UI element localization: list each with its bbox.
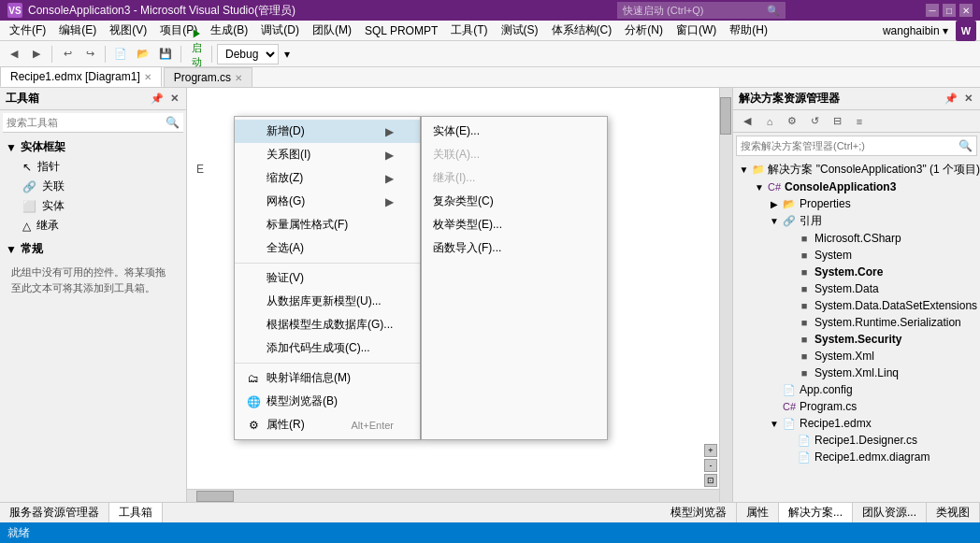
forward-button[interactable]: ▶ bbox=[26, 44, 47, 64]
bottom-tab-team[interactable]: 团队资源... bbox=[853, 503, 927, 522]
save-button[interactable]: 💾 bbox=[155, 44, 176, 64]
tree-recipe-diagram[interactable]: 📄 Recipe1.edmx.diagram bbox=[733, 449, 980, 465]
solution-close[interactable]: ✕ bbox=[962, 93, 974, 105]
cm-item-mapping[interactable]: 🗂 映射详细信息(M) bbox=[235, 366, 420, 390]
menu-tools[interactable]: 工具(T) bbox=[445, 21, 493, 40]
tree-properties-node[interactable]: ▶ 📂 Properties bbox=[733, 195, 980, 212]
tree-ref-sysdata[interactable]: ■ System.Data bbox=[733, 280, 980, 297]
cm-item-modelbrowser[interactable]: 🌐 模型浏览器(B) bbox=[235, 390, 420, 413]
debug-mode-select[interactable]: Debug bbox=[217, 44, 279, 64]
sm-item-entity[interactable]: 实体(E)... bbox=[422, 120, 607, 143]
menu-file[interactable]: 文件(F) bbox=[4, 21, 51, 40]
window-controls[interactable]: ─ □ ✕ bbox=[926, 4, 973, 17]
tree-references-node[interactable]: ▼ 🔗 引用 bbox=[733, 212, 980, 230]
bottom-tab-properties[interactable]: 属性 bbox=[737, 503, 779, 522]
toolbox-close[interactable]: ✕ bbox=[168, 93, 180, 105]
bottom-tab-class-view[interactable]: 类视图 bbox=[927, 503, 980, 522]
debug-platform[interactable]: ▾ bbox=[284, 48, 290, 61]
horizontal-scrollbar[interactable] bbox=[187, 489, 719, 502]
tab-recipe-edmx[interactable]: Recipe1.edmx [Diagram1] ✕ bbox=[0, 66, 162, 87]
tree-recipe-designer[interactable]: 📄 Recipe1.Designer.cs bbox=[733, 432, 980, 449]
solution-collapse[interactable]: ⊟ bbox=[827, 111, 847, 132]
tree-app-config[interactable]: 📄 App.config bbox=[733, 381, 980, 398]
fit-button[interactable]: ⊡ bbox=[704, 474, 717, 487]
menu-user[interactable]: wanghaibin ▾ bbox=[877, 22, 954, 39]
section-header-entity[interactable]: ▼ 实体框架 bbox=[4, 137, 182, 157]
tree-ref-sysruntime[interactable]: ■ System.Runtime.Serialization bbox=[733, 314, 980, 331]
menu-build[interactable]: 生成(B) bbox=[205, 21, 253, 40]
bottom-tab-model-browser[interactable]: 模型浏览器 bbox=[661, 503, 737, 522]
toolbox-item-association[interactable]: 🔗 关联 bbox=[4, 177, 182, 196]
zoom-out-button[interactable]: - bbox=[704, 459, 717, 472]
sm-item-inherit[interactable]: 继承(I)... bbox=[422, 166, 607, 190]
cm-item-validate[interactable]: 验证(V) bbox=[235, 266, 420, 290]
solution-back[interactable]: ◀ bbox=[737, 111, 757, 132]
menu-test[interactable]: 测试(S) bbox=[496, 21, 544, 40]
menu-sqlprompt[interactable]: SQL PROMPT bbox=[359, 22, 443, 39]
tree-ref-sysxml[interactable]: ■ System.Xml bbox=[733, 348, 980, 364]
cm-item-add-codegen[interactable]: 添加代码生成项(C)... bbox=[235, 336, 420, 360]
maximize-button[interactable]: □ bbox=[943, 4, 956, 17]
solution-refresh[interactable]: ↺ bbox=[804, 111, 825, 132]
cm-item-selectall[interactable]: 全选(A) bbox=[235, 236, 420, 260]
cm-item-relation[interactable]: 关系图(I) ▶ bbox=[235, 143, 420, 166]
sm-item-enum[interactable]: 枚举类型(E)... bbox=[422, 213, 607, 236]
menu-view[interactable]: 视图(V) bbox=[104, 21, 152, 40]
toolbox-search-box[interactable]: 🔍 bbox=[3, 113, 183, 133]
toolbox-pin[interactable]: 📌 bbox=[149, 93, 166, 105]
solution-props[interactable]: ≡ bbox=[849, 111, 870, 132]
tree-program-cs[interactable]: C# Program.cs bbox=[733, 398, 980, 415]
toolbox-item-entity[interactable]: ⬜ 实体 bbox=[4, 196, 182, 216]
quick-launch-input[interactable]: 快速启动 (Ctrl+Q) 🔍 bbox=[617, 2, 785, 19]
section-header-common[interactable]: ▼ 常规 bbox=[4, 239, 182, 259]
open-button[interactable]: 📂 bbox=[133, 44, 153, 64]
horizontal-scrollbar-thumb[interactable] bbox=[196, 491, 234, 502]
menu-team[interactable]: 团队(M) bbox=[307, 21, 357, 40]
toolbox-item-pointer[interactable]: ↖ 指针 bbox=[4, 157, 182, 177]
canvas-area[interactable]: 新增(D) ▶ 关系图(I) ▶ 缩放(Z) ▶ bbox=[187, 88, 732, 502]
tree-ref-sysxmllinq[interactable]: ■ System.Xml.Linq bbox=[733, 364, 980, 381]
bottom-tab-solution-explorer[interactable]: 解决方案... bbox=[779, 503, 853, 522]
redo-button[interactable]: ↪ bbox=[79, 44, 100, 64]
tree-ref-system-core[interactable]: ■ System.Core bbox=[733, 264, 980, 280]
vertical-scrollbar[interactable] bbox=[719, 88, 732, 502]
cm-item-update-from-db[interactable]: 从数据库更新模型(U)... bbox=[235, 290, 420, 313]
menu-edit[interactable]: 编辑(E) bbox=[53, 21, 102, 40]
close-button[interactable]: ✕ bbox=[959, 4, 973, 17]
tree-ref-system[interactable]: ■ System bbox=[733, 247, 980, 264]
tree-ref-sysdataext[interactable]: ■ System.Data.DataSetExtensions bbox=[733, 297, 980, 314]
toolbox-search-input[interactable] bbox=[7, 117, 166, 128]
start-button[interactable]: ▶ 启动 ▾ bbox=[186, 44, 207, 64]
tree-recipe-edmx[interactable]: ▼ 📄 Recipe1.edmx bbox=[733, 415, 980, 432]
sm-item-assoc[interactable]: 关联(A)... bbox=[422, 143, 607, 166]
tree-ref-csharp[interactable]: ■ Microsoft.CSharp bbox=[733, 230, 980, 247]
solution-pin[interactable]: 📌 bbox=[943, 93, 959, 105]
menu-architecture[interactable]: 体系结构(C) bbox=[546, 21, 618, 40]
bottom-tab-toolbox[interactable]: 工具箱 bbox=[109, 503, 163, 522]
solution-search-input[interactable] bbox=[741, 140, 958, 151]
tab-close-program[interactable]: ✕ bbox=[235, 73, 242, 83]
cm-item-zoom[interactable]: 缩放(Z) ▶ bbox=[235, 166, 420, 190]
solution-home[interactable]: ⌂ bbox=[759, 111, 780, 132]
tree-project-node[interactable]: ▼ C# ConsoleApplication3 bbox=[733, 179, 980, 195]
menu-analyze[interactable]: 分析(N) bbox=[619, 21, 669, 40]
sm-item-complex[interactable]: 复杂类型(C) bbox=[422, 190, 607, 213]
toolbox-item-inheritance[interactable]: △ 继承 bbox=[4, 216, 182, 236]
menu-debug[interactable]: 调试(D) bbox=[255, 21, 305, 40]
sm-item-funcimport[interactable]: 函数导入(F)... bbox=[422, 236, 607, 260]
cm-item-new[interactable]: 新增(D) ▶ bbox=[235, 120, 420, 143]
menu-help[interactable]: 帮助(H) bbox=[724, 21, 773, 40]
cm-item-scalarformat[interactable]: 标量属性格式(F) bbox=[235, 213, 420, 236]
back-button[interactable]: ◀ bbox=[4, 44, 24, 64]
solution-settings[interactable]: ⚙ bbox=[782, 111, 802, 132]
tree-solution-node[interactable]: ▼ 📁 解决方案 "ConsoleApplication3" (1 个项目) bbox=[733, 161, 980, 179]
cm-item-grid[interactable]: 网格(G) ▶ bbox=[235, 190, 420, 213]
menu-window[interactable]: 窗口(W) bbox=[670, 21, 722, 40]
bottom-tab-server-explorer[interactable]: 服务器资源管理器 bbox=[0, 503, 109, 522]
new-button[interactable]: 📄 bbox=[110, 44, 131, 64]
tab-program-cs[interactable]: Program.cs ✕ bbox=[164, 67, 252, 87]
undo-button[interactable]: ↩ bbox=[57, 44, 78, 64]
minimize-button[interactable]: ─ bbox=[926, 4, 939, 17]
tree-ref-syssecurity[interactable]: ■ System.Security bbox=[733, 331, 980, 348]
tab-close-recipe[interactable]: ✕ bbox=[144, 72, 151, 82]
